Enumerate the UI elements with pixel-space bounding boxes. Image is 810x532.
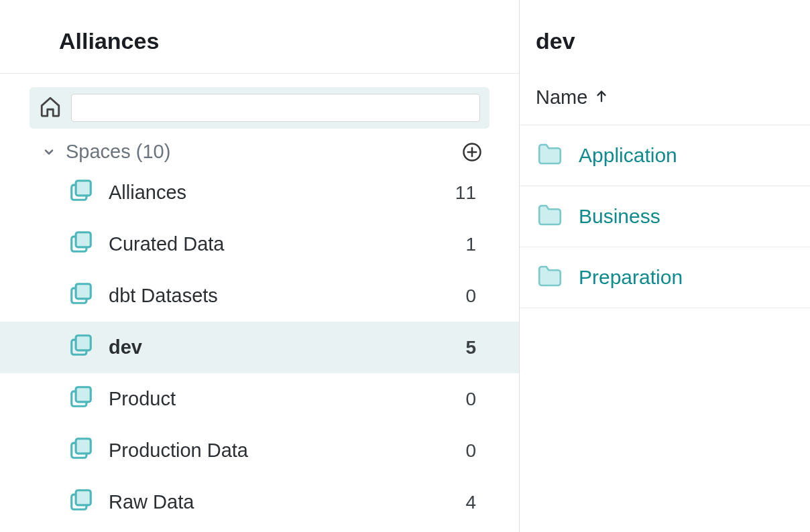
folder-name: Business: [579, 205, 660, 228]
space-icon: [68, 281, 94, 311]
space-count: 4: [465, 492, 483, 513]
space-name: Alliances: [109, 182, 441, 204]
folder-item[interactable]: Application: [520, 125, 810, 186]
main-title: dev: [520, 0, 810, 73]
column-header-label: Name: [536, 86, 587, 109]
folder-icon: [536, 201, 564, 232]
space-item[interactable]: Alliances 11: [0, 167, 519, 218]
svg-rect-10: [76, 336, 91, 350]
column-header-name[interactable]: Name: [520, 73, 810, 125]
svg-rect-4: [76, 181, 91, 196]
space-icon: [68, 487, 94, 517]
add-space-button[interactable]: [461, 141, 483, 163]
spaces-header[interactable]: Spaces (10): [0, 137, 519, 167]
spaces-label: Spaces (10): [66, 141, 452, 163]
space-icon: [68, 332, 94, 362]
space-item[interactable]: dbt Datasets 0: [0, 270, 519, 322]
space-name: Product: [109, 388, 451, 410]
space-count: 0: [465, 389, 483, 410]
folder-list: Application Business Preparation: [520, 125, 810, 308]
space-item[interactable]: Curated Data 1: [0, 218, 519, 270]
space-item[interactable]: Raw Data 4: [0, 476, 519, 528]
space-count: 11: [455, 182, 483, 204]
folder-item[interactable]: Preparation: [520, 247, 810, 308]
space-icon: [68, 384, 94, 414]
space-icon: [68, 229, 94, 259]
svg-rect-6: [76, 232, 91, 247]
sidebar: Alliances Spaces (10) Alliances 11: [0, 0, 520, 532]
svg-rect-14: [76, 439, 91, 454]
space-name: Raw Data: [109, 491, 451, 513]
sidebar-title: Alliances: [0, 0, 519, 74]
space-name: Production Data: [109, 440, 451, 462]
space-name: Curated Data: [109, 233, 451, 255]
space-name: dev: [109, 336, 451, 358]
folder-item[interactable]: Business: [520, 186, 810, 247]
space-list: Alliances 11 Curated Data 1 dbt Datasets…: [0, 167, 519, 528]
sort-asc-icon: [594, 86, 609, 109]
space-count: 0: [465, 285, 483, 307]
folder-icon: [536, 140, 564, 171]
space-name: dbt Datasets: [109, 285, 451, 307]
home-row[interactable]: [30, 87, 489, 129]
space-count: 5: [465, 337, 483, 358]
search-input[interactable]: [71, 94, 480, 122]
svg-rect-8: [76, 284, 91, 299]
folder-name: Application: [579, 144, 677, 167]
space-item[interactable]: dev 5: [0, 322, 519, 373]
svg-rect-16: [76, 490, 91, 505]
folder-icon: [536, 262, 564, 293]
svg-rect-12: [76, 387, 91, 402]
space-item[interactable]: Production Data 0: [0, 425, 519, 476]
space-count: 1: [465, 234, 483, 255]
home-icon: [39, 95, 62, 121]
chevron-down-icon: [42, 145, 56, 159]
space-item[interactable]: Product 0: [0, 373, 519, 425]
space-icon: [68, 178, 94, 208]
space-count: 0: [465, 440, 483, 462]
space-icon: [68, 436, 94, 466]
folder-name: Preparation: [579, 266, 683, 289]
main-panel: dev Name Application Business Preparatio…: [520, 0, 810, 532]
